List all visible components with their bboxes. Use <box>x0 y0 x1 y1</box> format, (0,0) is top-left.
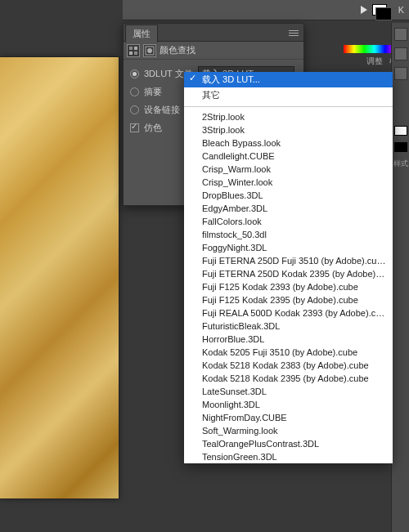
dd-item-lut[interactable]: Fuji ETERNA 250D Fuji 3510 (by Adobe).cu… <box>184 254 393 267</box>
dd-item-lut[interactable]: TensionGreen.3DL <box>184 450 393 463</box>
radio-device-link[interactable] <box>130 105 139 114</box>
dd-item-lut[interactable]: filmstock_50.3dl <box>184 228 393 241</box>
options-bar: K <box>123 0 409 20</box>
tab-adjustments[interactable]: 调整 <box>366 56 383 67</box>
tab-properties[interactable]: 属性 <box>125 25 158 42</box>
dd-item-lut[interactable]: Soft_Warming.look <box>184 424 393 437</box>
dd-item-lut[interactable]: DropBlues.3DL <box>184 189 393 202</box>
k-label: K <box>398 5 404 15</box>
document-canvas[interactable] <box>0 57 119 498</box>
rail-swatch-1[interactable] <box>394 126 407 136</box>
checkbox-dither[interactable] <box>130 123 139 132</box>
dd-item-lut[interactable]: Moonlight.3DL <box>184 398 393 411</box>
dd-item-lut[interactable]: TealOrangePlusContrast.3DL <box>184 437 393 450</box>
dd-item-lut[interactable]: LateSunset.3DL <box>184 385 393 398</box>
svg-point-5 <box>147 48 152 53</box>
dd-item-lut[interactable]: Kodak 5218 Kodak 2383 (by Adobe).cube <box>184 359 393 372</box>
dd-item-lut[interactable]: Fuji REALA 500D Kodak 2393 (by Adobe).cu… <box>184 306 393 320</box>
dd-item-lut[interactable]: 3Strip.look <box>184 123 393 136</box>
radio-abstract[interactable] <box>130 87 139 96</box>
dd-item-lut[interactable]: EdgyAmber.3DL <box>184 202 393 215</box>
rail-icon-3[interactable] <box>394 67 407 80</box>
mask-icon[interactable] <box>143 44 156 57</box>
dd-item-lut[interactable]: FoggyNight.3DL <box>184 241 393 254</box>
dropdown-3dlut-menu[interactable]: 载入 3D LUT... 其它 2Strip.look3Strip.lookBl… <box>184 72 393 463</box>
dd-item-lut[interactable]: HorrorBlue.3DL <box>184 333 393 346</box>
svg-rect-0 <box>129 47 133 50</box>
dd-item-lut[interactable]: Candlelight.CUBE <box>184 150 393 163</box>
dd-item-load[interactable]: 载入 3D LUT... <box>184 72 393 87</box>
dd-item-lut[interactable]: FallColors.look <box>184 215 393 228</box>
radio-3dlut-file[interactable] <box>130 69 139 78</box>
panel-title: 颜色查找 <box>160 44 196 56</box>
panel-menu-icon[interactable] <box>289 28 299 38</box>
dd-item-lut[interactable]: Fuji F125 Kodak 2393 (by Adobe).cube <box>184 280 393 293</box>
dd-item-other[interactable]: 其它 <box>184 87 393 103</box>
dd-item-lut[interactable]: Crisp_Winter.look <box>184 176 393 189</box>
color-lookup-icon <box>127 44 140 57</box>
rail-swatch-2[interactable] <box>394 142 407 152</box>
svg-rect-1 <box>134 47 137 50</box>
dd-item-lut[interactable]: Fuji F125 Kodak 2395 (by Adobe).cube <box>184 293 393 306</box>
dd-item-lut[interactable]: FuturisticBleak.3DL <box>184 320 393 333</box>
right-panel-rail: 样式 <box>391 23 409 532</box>
svg-rect-2 <box>129 51 133 55</box>
panel-tab-strip: 属性 <box>124 24 303 42</box>
panel-subheader: 颜色查找 <box>124 42 303 60</box>
dd-item-lut[interactable]: NightFromDay.CUBE <box>184 411 393 424</box>
dd-item-lut[interactable]: 2Strip.look <box>184 110 393 123</box>
dd-item-lut[interactable]: Bleach Bypass.look <box>184 136 393 150</box>
dd-item-lut[interactable]: Kodak 5218 Kodak 2395 (by Adobe).cube <box>184 372 393 385</box>
dd-item-lut[interactable]: Kodak 5205 Fuji 3510 (by Adobe).cube <box>184 346 393 359</box>
dd-separator <box>184 106 393 107</box>
color-swatch-icon[interactable] <box>372 4 387 16</box>
rail-icon-1[interactable] <box>394 28 407 41</box>
dd-item-lut[interactable]: Crisp_Warm.look <box>184 163 393 176</box>
rail-icon-2[interactable] <box>394 47 407 60</box>
play-icon[interactable] <box>361 6 367 14</box>
rail-hint: 样式 <box>393 159 408 169</box>
dd-item-lut[interactable]: Fuji ETERNA 250D Kodak 2395 (by Adobe).c… <box>184 267 393 280</box>
svg-rect-3 <box>134 51 137 55</box>
